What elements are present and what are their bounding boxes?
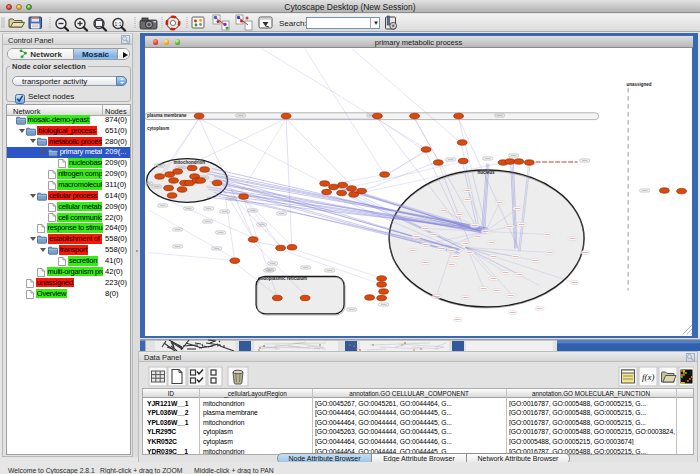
svg-text:1:1: 1:1 xyxy=(115,21,122,27)
svg-text:mitochondrion: mitochondrion xyxy=(174,160,206,165)
svg-text:unassigned: unassigned xyxy=(627,82,652,87)
svg-text:nucleus: nucleus xyxy=(478,170,495,175)
svg-text:f(x): f(x) xyxy=(642,372,655,382)
svg-text:endoplasmic reticulum: endoplasmic reticulum xyxy=(258,275,307,280)
svg-text:cytoplasm: cytoplasm xyxy=(147,126,169,131)
svg-text:plasma membrane: plasma membrane xyxy=(147,112,187,117)
